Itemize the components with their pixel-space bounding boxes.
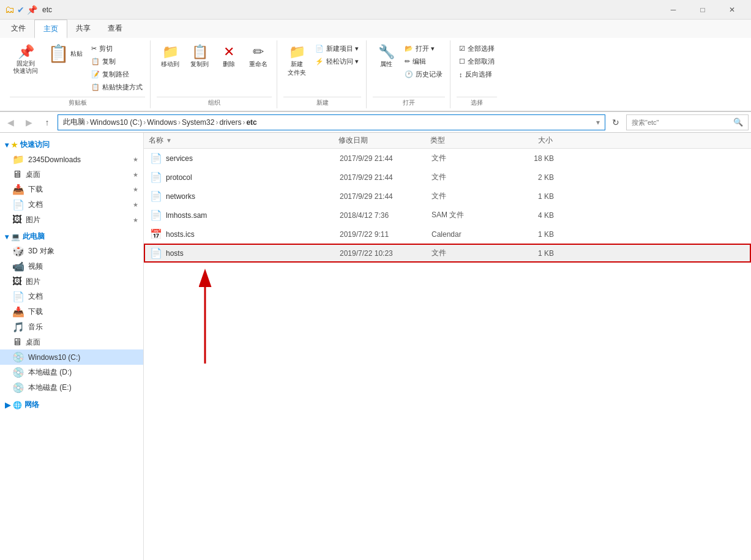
properties-button[interactable]: 🔧 属性	[373, 43, 400, 71]
new-folder-icon: 📁	[289, 45, 305, 59]
properties-icon: 🔧	[378, 45, 395, 59]
sidebar-item-documents-quick[interactable]: 📄 文档 ★	[0, 197, 143, 212]
sidebar: ▾ ★ 快速访问 📁 2345Downloads ★ 🖥 桌面 ★ 📥 下载 ★…	[0, 133, 144, 560]
quickaccess-header[interactable]: ▾ ★ 快速访问	[0, 138, 143, 152]
easy-access-icon: ⚡	[315, 58, 324, 65]
path-windows10c[interactable]: Windows10 (C:)	[90, 118, 142, 127]
copy-to-button[interactable]: 📋 复制到	[186, 43, 213, 71]
new-folder-button[interactable]: 📁 新建文件夹	[283, 43, 310, 80]
title-bar-icons: 🗂 ✔ 📌	[5, 4, 37, 15]
path-drivers[interactable]: drivers	[219, 118, 241, 127]
file-row-services[interactable]: 📄 services 2017/9/29 21:44 文件 18 KB	[144, 149, 751, 168]
file-row-hostsics[interactable]: 📅 hosts.ics 2019/7/22 9:11 Calendar 1 KB	[144, 225, 751, 244]
new-item-icon: 📄	[315, 45, 324, 53]
search-box[interactable]: 🔍	[626, 114, 749, 130]
pin-icon: 📌	[18, 45, 34, 59]
paste-button[interactable]: 📋 粘贴	[44, 43, 86, 65]
music-icon: 🎵	[12, 321, 24, 333]
col-header-name[interactable]: 名称 ▼	[149, 135, 338, 146]
tab-home[interactable]: 主页	[34, 20, 67, 39]
path-system32[interactable]: System32	[182, 118, 214, 127]
sidebar-item-desktop-quick[interactable]: 🖥 桌面 ★	[0, 167, 143, 182]
delete-button[interactable]: ✕ 删除	[215, 43, 242, 71]
col-header-size[interactable]: 大小	[504, 135, 553, 146]
thispc-expand-icon: ▾	[5, 233, 9, 241]
deselect-all-button[interactable]: ☐ 全部取消	[457, 56, 497, 67]
pin-to-quickaccess-button[interactable]: 📌 固定到快速访问	[10, 43, 42, 77]
rename-button[interactable]: ✏ 重命名	[245, 43, 272, 71]
path-mypc[interactable]: 此电脑	[63, 117, 85, 127]
select-group-label: 选择	[457, 97, 497, 108]
select-all-button[interactable]: ☑ 全部选择	[457, 43, 497, 54]
history-button[interactable]: 🕐 历史记录	[402, 69, 445, 80]
pasteshortcut-button[interactable]: 📋 粘贴快捷方式	[89, 81, 145, 93]
localdiske-icon: 💿	[12, 382, 24, 394]
quickaccess-star-icon: ★	[11, 141, 18, 149]
minimize-button[interactable]: ─	[659, 0, 687, 20]
back-button[interactable]: ◀	[2, 114, 18, 130]
file-row-protocol[interactable]: 📄 protocol 2017/9/29 21:44 文件 2 KB	[144, 168, 751, 187]
search-icon[interactable]: 🔍	[733, 118, 743, 127]
file-row-networks[interactable]: 📄 networks 2017/9/29 21:44 文件 1 KB	[144, 187, 751, 206]
deselect-all-icon: ☐	[459, 58, 465, 65]
path-etc[interactable]: etc	[246, 118, 256, 127]
thispc-header[interactable]: ▾ 💻 此电脑	[0, 230, 143, 244]
sidebar-item-pictures-quick[interactable]: 🖼 图片 ★	[0, 212, 143, 227]
move-icon: 📁	[162, 45, 179, 59]
sidebar-item-windows10c[interactable]: 💿 Windows10 (C:)	[0, 349, 143, 365]
address-path[interactable]: 此电脑 › Windows10 (C:) › Windows › System3…	[58, 114, 605, 130]
path-windows[interactable]: Windows	[147, 118, 177, 127]
invert-select-icon: ↕	[459, 71, 463, 78]
breadcrumb: 此电脑 › Windows10 (C:) › Windows › System3…	[63, 117, 257, 127]
sidebar-item-2345downloads[interactable]: 📁 2345Downloads ★	[0, 152, 143, 167]
tab-view[interactable]: 查看	[99, 20, 131, 38]
ribbon-group-new: 📁 新建文件夹 📄 新建项目 ▾ ⚡ 轻松访问 ▾ 新建	[278, 40, 367, 108]
sidebar-item-videos[interactable]: 📹 视频	[0, 259, 143, 274]
sidebar-item-desktop2[interactable]: 🖥 桌面	[0, 335, 143, 349]
invert-select-button[interactable]: ↕ 反向选择	[457, 69, 497, 80]
edit-button[interactable]: ✏ 编辑	[402, 56, 445, 67]
file-icon-services: 📄	[150, 152, 162, 164]
forward-button[interactable]: ▶	[21, 114, 37, 130]
copy-button[interactable]: 📋 复制	[89, 56, 145, 67]
ribbon-group-organize: 📁 移动到 📋 复制到 ✕ 删除 ✏ 重命名 组织	[152, 40, 277, 108]
col-header-date[interactable]: 修改日期	[338, 135, 430, 146]
sidebar-item-localdiskd[interactable]: 💿 本地磁盘 (D:)	[0, 365, 143, 380]
sidebar-section-network: ▶ 🌐 网络	[0, 398, 143, 412]
maximize-button[interactable]: □	[689, 0, 717, 20]
easy-access-button[interactable]: ⚡ 轻松访问 ▾	[313, 56, 361, 67]
network-icon: 🌐	[13, 401, 22, 409]
sidebar-item-downloads-quick[interactable]: 📥 下载 ★	[0, 182, 143, 197]
col-header-type[interactable]: 类型	[430, 135, 504, 146]
sidebar-section-thispc: ▾ 💻 此电脑 🎲 3D 对象 📹 视频 🖼 图片 📄 文档 📥	[0, 230, 143, 395]
refresh-button[interactable]: ↻	[608, 114, 624, 130]
sidebar-item-music[interactable]: 🎵 音乐	[0, 319, 143, 335]
windows10c-icon: 💿	[12, 351, 24, 363]
file-row-lmhosts[interactable]: 📄 lmhosts.sam 2018/4/12 7:36 SAM 文件 4 KB	[144, 206, 751, 225]
open-button[interactable]: 📂 打开 ▾	[402, 43, 445, 54]
network-header[interactable]: ▶ 🌐 网络	[0, 398, 143, 412]
cut-button[interactable]: ✂ 剪切	[89, 43, 145, 54]
title-check-icon: ✔	[17, 5, 24, 15]
main-layout: ▾ ★ 快速访问 📁 2345Downloads ★ 🖥 桌面 ★ 📥 下载 ★…	[0, 133, 751, 560]
copypath-button[interactable]: 📝 复制路径	[89, 69, 145, 80]
sidebar-item-pictures[interactable]: 🖼 图片	[0, 274, 143, 289]
move-to-button[interactable]: 📁 移动到	[157, 43, 184, 71]
search-input[interactable]	[632, 119, 733, 126]
sidebar-item-localdiske[interactable]: 💿 本地磁盘 (E:)	[0, 380, 143, 395]
new-item-button[interactable]: 📄 新建项目 ▾	[313, 43, 361, 54]
annotation-area	[144, 263, 751, 385]
file-icon-networks: 📄	[150, 190, 162, 202]
sidebar-item-3dobjects[interactable]: 🎲 3D 对象	[0, 244, 143, 259]
sidebar-item-downloads[interactable]: 📥 下载	[0, 304, 143, 319]
tab-file[interactable]: 文件	[2, 20, 34, 38]
tab-share[interactable]: 共享	[67, 20, 99, 38]
up-button[interactable]: ↑	[39, 114, 55, 130]
history-icon: 🕐	[405, 70, 413, 78]
rename-icon: ✏	[253, 45, 264, 59]
path-dropdown[interactable]: ▾	[596, 118, 600, 127]
sidebar-item-documents[interactable]: 📄 文档	[0, 289, 143, 304]
folder-icon: 📁	[12, 154, 24, 165]
close-button[interactable]: ✕	[718, 0, 746, 20]
file-row-hosts[interactable]: 📄 hosts 2019/7/22 10:23 文件 1 KB	[144, 244, 751, 263]
